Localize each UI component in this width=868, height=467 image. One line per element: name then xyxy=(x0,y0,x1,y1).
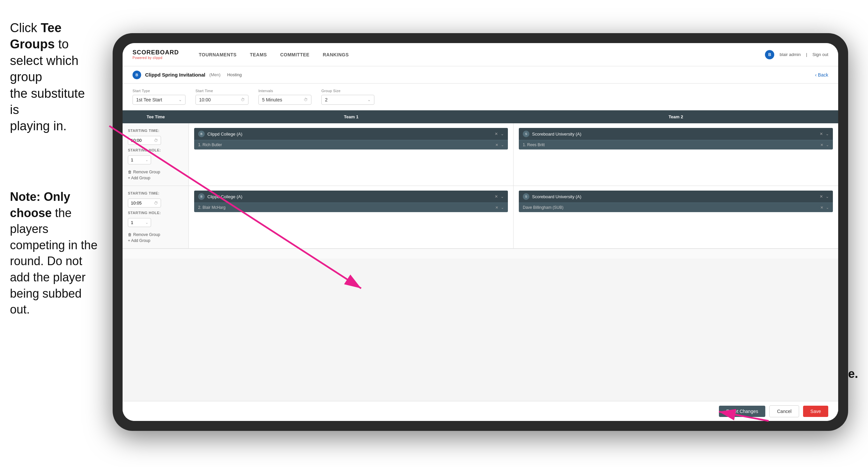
logo-text: SCOREBOARD xyxy=(132,49,179,55)
starting-time-input-1[interactable]: 10:00 ⏱ xyxy=(128,136,161,145)
starting-time-input-2[interactable]: 10:05 ⏱ xyxy=(128,199,161,207)
col-team1: Team 1 xyxy=(189,110,514,123)
signout-link[interactable]: Sign out xyxy=(812,52,828,57)
player-remove-1-2[interactable]: ✕ xyxy=(495,205,498,210)
save-button[interactable]: Save xyxy=(803,406,828,417)
starting-time-label-2: STARTING TIME: xyxy=(128,191,183,195)
logo-sub: Powered by clippd xyxy=(132,56,179,60)
team1-remove-2[interactable]: ✕ xyxy=(495,194,498,199)
start-options: Start Type 1st Tee Start ⌄ Start Time 10… xyxy=(123,84,838,110)
player-arrows-2-2: ⌄ xyxy=(826,205,829,210)
group-size-input[interactable]: 2 ⌄ xyxy=(321,95,374,105)
team2-arrows-2: ⌄ xyxy=(826,194,829,199)
team2-actions-2: ✕ ⌄ xyxy=(819,194,829,199)
team1-actions-2: ✕ ⌄ xyxy=(495,194,504,199)
back-button[interactable]: ‹ Back xyxy=(815,72,828,78)
table-row: STARTING TIME: 10:05 ⏱ STARTING HOLE: 1 … xyxy=(123,186,838,249)
partial-row xyxy=(123,249,838,259)
team1-remove-1[interactable]: ✕ xyxy=(495,132,498,136)
intervals-label: Intervals xyxy=(258,89,311,93)
start-time-field: Start Time 10:00 ⏱ xyxy=(195,89,248,105)
nav-tournaments[interactable]: TOURNAMENTS xyxy=(192,49,243,60)
intervals-input[interactable]: 5 Minutes ⏱ xyxy=(258,95,311,105)
player-name-2-2: Dave Billingham (SUB) xyxy=(523,205,818,210)
cancel-button[interactable]: Cancel xyxy=(769,405,799,417)
action-links-2: 🗑 Remove Group + Add Group xyxy=(128,232,183,243)
team2-col-2: S Scoreboard University (A) ✕ ⌄ Dave Bil… xyxy=(514,186,838,248)
player-row-2-1: 1. Rees Britt ✕ ⌄ xyxy=(519,140,833,149)
event-gender: (Men) xyxy=(209,72,221,77)
col-tee-time: Tee Time xyxy=(123,110,189,123)
player-row-1-2: 2. Blair McHarg ✕ ⌄ xyxy=(194,203,508,212)
nav-bar: SCOREBOARD Powered by clippd TOURNAMENTS… xyxy=(123,43,838,66)
instruction-text: Click Tee Groups to select which group t… xyxy=(0,13,106,141)
note-text: Note: Only choose the players competing … xyxy=(0,182,109,324)
player-name-2-1: 1. Rees Britt xyxy=(523,143,818,147)
group-size-label: Group Size xyxy=(321,89,374,93)
player-name-1-1: 1. Rich Butler xyxy=(198,143,493,147)
team1-card-2: B Clippd College (A) ✕ ⌄ 2. Blair McHarg… xyxy=(194,191,508,212)
reset-changes-button[interactable]: Reset Changes xyxy=(719,406,766,417)
nav-divider: | xyxy=(806,52,807,57)
user-avatar: B xyxy=(765,50,774,59)
team2-card-2: S Scoreboard University (A) ✕ ⌄ Dave Bil… xyxy=(519,191,833,212)
starting-hole-input-2[interactable]: 1 ⌄ xyxy=(128,218,151,227)
team2-name-2: Scoreboard University (A) xyxy=(532,194,817,199)
tablet-frame: SCOREBOARD Powered by clippd TOURNAMENTS… xyxy=(113,33,848,431)
team2-remove-1[interactable]: ✕ xyxy=(819,132,823,136)
team2-remove-2[interactable]: ✕ xyxy=(819,194,823,199)
remove-group-1[interactable]: 🗑 Remove Group xyxy=(128,170,183,174)
team2-card-header-2: S Scoreboard University (A) ✕ ⌄ xyxy=(519,191,833,203)
tee-time-col-2: STARTING TIME: 10:05 ⏱ STARTING HOLE: 1 … xyxy=(123,186,189,248)
team2-icon-2: S xyxy=(523,193,529,200)
starting-time-label-1: STARTING TIME: xyxy=(128,128,183,133)
tee-table: Tee Time Team 1 Team 2 STARTING TIME: 10… xyxy=(123,110,838,401)
bottom-bar: Reset Changes Cancel Save xyxy=(123,401,838,421)
nav-rankings[interactable]: RANKINGS xyxy=(316,49,355,60)
team1-card-header-1: B Clippd College (A) ✕ ⌄ xyxy=(194,128,508,140)
table-row: STARTING TIME: 10:00 ⏱ STARTING HOLE: 1 … xyxy=(123,123,838,186)
team2-card-header-1: S Scoreboard University (A) ✕ ⌄ xyxy=(519,128,833,140)
team1-col-2: B Clippd College (A) ✕ ⌄ 2. Blair McHarg… xyxy=(189,186,514,248)
logo: SCOREBOARD Powered by clippd xyxy=(132,49,179,60)
add-group-2[interactable]: + Add Group xyxy=(128,238,183,243)
starting-hole-input-1[interactable]: 1 ⌄ xyxy=(128,155,151,165)
team1-card-header-2: B Clippd College (A) ✕ ⌄ xyxy=(194,191,508,203)
tablet-screen: SCOREBOARD Powered by clippd TOURNAMENTS… xyxy=(123,43,838,421)
team2-col-1: S Scoreboard University (A) ✕ ⌄ 1. Rees … xyxy=(514,123,838,185)
nav-teams[interactable]: TEAMS xyxy=(243,49,274,60)
player-arrows-1-2: ⌄ xyxy=(501,205,504,210)
table-header: Tee Time Team 1 Team 2 xyxy=(123,110,838,123)
add-group-1[interactable]: + Add Group xyxy=(128,176,183,180)
team2-arrows-1: ⌄ xyxy=(826,132,829,136)
hosting-badge: Hosting xyxy=(227,72,242,77)
team1-arrows-1: ⌄ xyxy=(501,132,504,136)
sub-header-left: B Clippd Spring Invitational (Men) Hosti… xyxy=(132,70,815,79)
nav-committee[interactable]: COMMITTEE xyxy=(274,49,316,60)
team1-card-1: B Clippd College (A) ✕ ⌄ 1. Rich Butler … xyxy=(194,128,508,149)
starting-hole-label-2: STARTING HOLE: xyxy=(128,211,183,215)
player-remove-1-1[interactable]: ✕ xyxy=(495,143,498,147)
main-content: Start Type 1st Tee Start ⌄ Start Time 10… xyxy=(123,84,838,421)
team1-icon-1: B xyxy=(198,130,205,137)
starting-hole-label-1: STARTING HOLE: xyxy=(128,148,183,152)
intervals-field: Intervals 5 Minutes ⏱ xyxy=(258,89,311,105)
start-time-input[interactable]: 10:00 ⏱ xyxy=(195,95,248,105)
player-remove-2-2[interactable]: ✕ xyxy=(820,205,823,210)
player-row-1-1: 1. Rich Butler ✕ ⌄ xyxy=(194,140,508,149)
team2-name-1: Scoreboard University (A) xyxy=(532,132,817,137)
player-arrows-1-1: ⌄ xyxy=(501,143,504,147)
team1-name-1: Clippd College (A) xyxy=(207,132,492,137)
group-size-field: Group Size 2 ⌄ xyxy=(321,89,374,105)
tee-time-col-1: STARTING TIME: 10:00 ⏱ STARTING HOLE: 1 … xyxy=(123,123,189,185)
col-team2: Team 2 xyxy=(514,110,838,123)
remove-group-2[interactable]: 🗑 Remove Group xyxy=(128,232,183,237)
player-remove-2-1[interactable]: ✕ xyxy=(820,143,823,147)
team2-card-1: S Scoreboard University (A) ✕ ⌄ 1. Rees … xyxy=(519,128,833,149)
start-type-input[interactable]: 1st Tee Start ⌄ xyxy=(132,95,186,105)
event-badge: B xyxy=(132,70,141,79)
team1-name-2: Clippd College (A) xyxy=(207,194,492,199)
team1-icon-2: B xyxy=(198,193,205,200)
start-time-label: Start Time xyxy=(195,89,248,93)
player-row-2-2: Dave Billingham (SUB) ✕ ⌄ xyxy=(519,203,833,212)
